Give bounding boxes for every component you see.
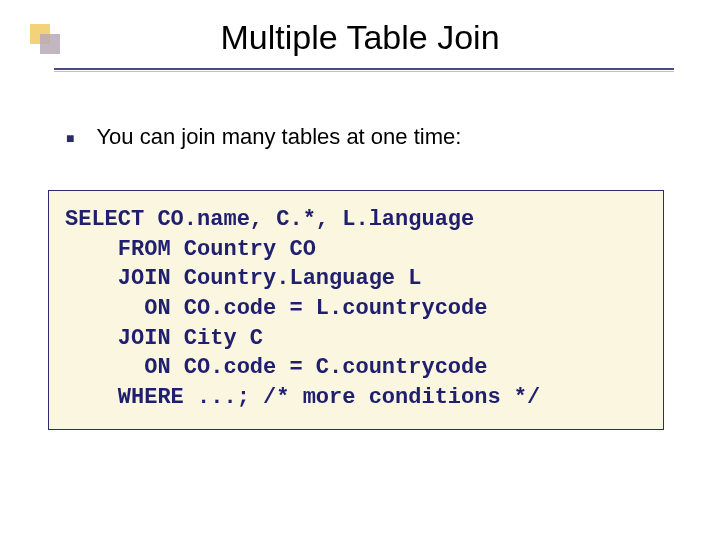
code-line: JOIN City C bbox=[65, 326, 263, 351]
code-block: SELECT CO.name, C.*, L.language FROM Cou… bbox=[48, 190, 664, 430]
bullet-item: ■ You can join many tables at one time: bbox=[66, 124, 674, 150]
title-underline bbox=[54, 68, 674, 70]
code-line: FROM Country CO bbox=[65, 237, 316, 262]
code-line: ON CO.code = L.countrycode bbox=[65, 296, 487, 321]
bullet-marker-icon: ■ bbox=[66, 130, 74, 146]
bullet-text: You can join many tables at one time: bbox=[96, 124, 461, 150]
code-line: JOIN Country.Language L bbox=[65, 266, 421, 291]
code-line: ON CO.code = C.countrycode bbox=[65, 355, 487, 380]
code-line: WHERE ...; /* more conditions */ bbox=[65, 385, 540, 410]
slide: Multiple Table Join ■ You can join many … bbox=[0, 0, 720, 540]
slide-title: Multiple Table Join bbox=[0, 18, 720, 57]
code-line: SELECT CO.name, C.*, L.language bbox=[65, 207, 474, 232]
